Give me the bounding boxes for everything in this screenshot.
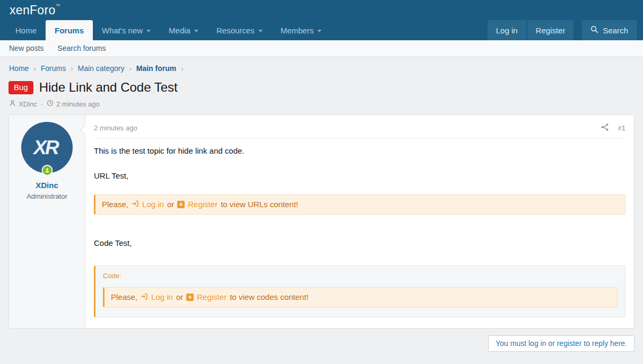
logo-trademark: ™ bbox=[55, 3, 60, 8]
sign-in-icon bbox=[132, 199, 139, 210]
notice-or: or bbox=[167, 199, 174, 210]
post: XR XDinc Administrator 2 minutes ago #1 … bbox=[8, 114, 635, 329]
post-author-link[interactable]: XDinc bbox=[36, 181, 58, 190]
breadcrumb-separator: › bbox=[129, 65, 131, 73]
post-paragraph: This is the test topic for hide link and… bbox=[94, 146, 625, 156]
nav-tab-label: Home bbox=[15, 26, 37, 35]
thread-meta: XDinc · 2 minutes ago bbox=[8, 95, 635, 114]
breadcrumb: Home › Forums › Main category › Main for… bbox=[8, 57, 635, 77]
header-actions: Log in Register Search bbox=[488, 20, 637, 40]
subnav-search-forums[interactable]: Search forums bbox=[57, 44, 106, 52]
post-header-actions: #1 bbox=[601, 123, 625, 133]
login-button-label: Log in bbox=[496, 26, 518, 35]
chevron-down-icon bbox=[317, 30, 322, 32]
code-block: Code: Please, Log in or + Register to vi… bbox=[94, 265, 625, 317]
user-icon bbox=[9, 100, 16, 108]
notice-prefix: Please, bbox=[102, 199, 128, 210]
post-body: This is the test topic for hide link and… bbox=[94, 138, 625, 317]
nav-tab-whats-new[interactable]: What's new bbox=[93, 20, 160, 40]
post-paragraph: URL Test, bbox=[94, 171, 625, 181]
register-button[interactable]: Register bbox=[527, 20, 574, 40]
chevron-down-icon bbox=[146, 30, 151, 32]
breadcrumb-separator: › bbox=[33, 65, 36, 73]
clock-icon bbox=[47, 100, 54, 108]
subnav-new-posts[interactable]: New posts bbox=[9, 44, 44, 52]
notice-prefix: Please, bbox=[111, 292, 137, 303]
post-paragraph: Code Test, bbox=[94, 238, 625, 248]
search-button[interactable]: Search bbox=[582, 20, 637, 40]
avatar[interactable]: XR bbox=[21, 122, 73, 173]
post-author-name: XDinc bbox=[9, 181, 85, 190]
notice-login-link[interactable]: Log in bbox=[142, 199, 164, 210]
page-content: Home › Forums › Main category › Main for… bbox=[0, 57, 643, 364]
breadcrumb-main-category[interactable]: Main category bbox=[78, 64, 125, 73]
avatar-logo: XR bbox=[33, 137, 60, 159]
thread-author-link[interactable]: XDinc bbox=[19, 100, 37, 108]
nav-tab-forums[interactable]: Forums bbox=[46, 20, 93, 40]
meta-separator: · bbox=[41, 100, 43, 108]
share-nodes-icon[interactable] bbox=[601, 123, 609, 133]
post-author-cell: XR XDinc Administrator bbox=[9, 115, 85, 328]
chevron-down-icon bbox=[194, 30, 198, 32]
chevron-down-icon bbox=[258, 30, 263, 32]
nav-tab-label: Resources bbox=[216, 26, 255, 35]
nav-tab-label: What's new bbox=[102, 26, 143, 35]
breadcrumb-home[interactable]: Home bbox=[9, 64, 29, 73]
login-button[interactable]: Log in bbox=[488, 20, 526, 40]
online-status-badge bbox=[41, 165, 53, 176]
post-number-link[interactable]: #1 bbox=[618, 124, 625, 132]
site-header: xenForo™ Home Forums What's new Media Re… bbox=[0, 0, 643, 40]
breadcrumb-separator: › bbox=[181, 65, 183, 73]
page-title: Hide Link and Code Test bbox=[39, 80, 178, 95]
notice-suffix: to view codes content! bbox=[230, 292, 308, 303]
notice-register-link[interactable]: Register bbox=[197, 292, 227, 303]
hidden-code-notice: Please, Log in or + Register to view cod… bbox=[103, 287, 618, 307]
logo-text: xenForo bbox=[10, 3, 55, 17]
notice-login-link[interactable]: Log in bbox=[151, 292, 173, 303]
sub-nav: New posts Search forums bbox=[0, 40, 643, 57]
notice-register-link[interactable]: Register bbox=[188, 199, 218, 210]
post-header: 2 minutes ago #1 bbox=[94, 119, 625, 138]
nav-tab-label: Members bbox=[281, 26, 314, 35]
nav-tab-label: Media bbox=[169, 26, 190, 35]
breadcrumb-separator: › bbox=[71, 65, 73, 73]
search-button-label: Search bbox=[603, 26, 628, 35]
register-button-label: Register bbox=[536, 26, 566, 35]
post-message-cell: 2 minutes ago #1 This is the test topic … bbox=[85, 115, 634, 328]
site-logo[interactable]: xenForo™ bbox=[10, 3, 60, 17]
notice-suffix: to view URLs content! bbox=[221, 199, 298, 210]
reply-bar: You must log in or register to reply her… bbox=[8, 335, 635, 352]
breadcrumb-main-forum[interactable]: Main forum bbox=[136, 64, 176, 73]
thread-time-link[interactable]: 2 minutes ago bbox=[56, 100, 100, 108]
thread-title-row: Bug Hide Link and Code Test bbox=[8, 77, 635, 95]
nav-tab-media[interactable]: Media bbox=[160, 20, 207, 40]
notice-or: or bbox=[176, 292, 183, 303]
breadcrumb-forums[interactable]: Forums bbox=[41, 64, 66, 73]
code-block-label: Code: bbox=[103, 271, 618, 281]
plus-square-icon: + bbox=[186, 294, 194, 301]
plus-square-icon: + bbox=[177, 201, 185, 208]
post-author-role: Administrator bbox=[9, 192, 85, 200]
main-nav: Home Forums What's new Media Resources M… bbox=[0, 20, 643, 40]
search-icon bbox=[590, 25, 598, 35]
thread-prefix-badge[interactable]: Bug bbox=[8, 81, 33, 94]
logo-row: xenForo™ bbox=[0, 0, 643, 20]
hidden-url-notice: Please, Log in or + Register to view URL… bbox=[94, 194, 625, 215]
post-timestamp[interactable]: 2 minutes ago bbox=[94, 124, 137, 132]
sign-in-icon bbox=[141, 292, 148, 303]
nav-tab-home[interactable]: Home bbox=[6, 20, 46, 40]
login-to-reply-button[interactable]: You must log in or register to reply her… bbox=[488, 335, 635, 352]
nav-tab-resources[interactable]: Resources bbox=[207, 20, 272, 40]
nav-tab-label: Forums bbox=[55, 26, 84, 35]
nav-tab-members[interactable]: Members bbox=[272, 20, 331, 40]
